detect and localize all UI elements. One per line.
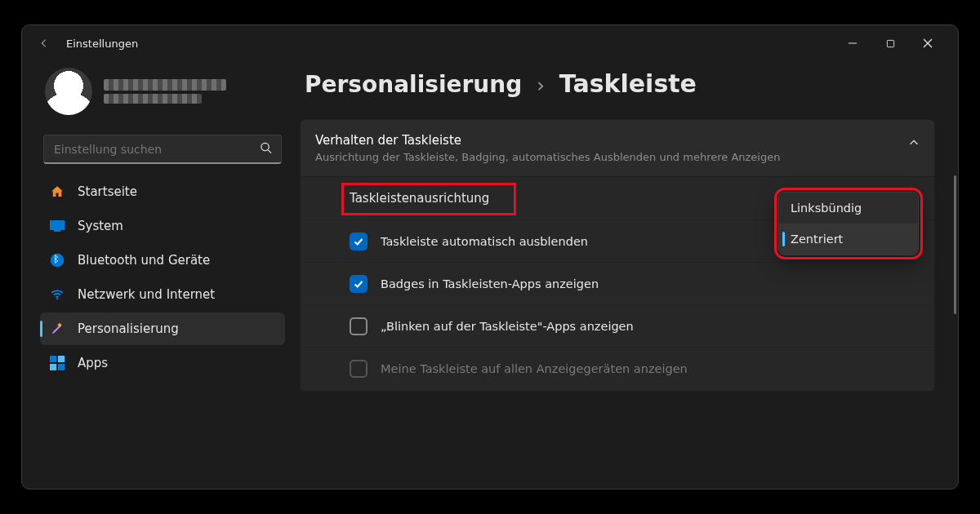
dropdown-option-label: Linksbündig: [791, 202, 862, 215]
profile-email-blurred: [104, 94, 202, 104]
wifi-icon: [50, 287, 65, 302]
breadcrumb: Personalisierung › Taskleiste: [300, 61, 935, 119]
sidebar-item-apps[interactable]: Apps: [40, 347, 285, 379]
scrollbar-thumb[interactable]: [954, 175, 956, 314]
card-header[interactable]: Verhalten der Taskleiste Ausrichtung der…: [301, 120, 934, 176]
sidebar-item-system[interactable]: System: [40, 210, 285, 242]
breadcrumb-separator: ›: [537, 74, 545, 97]
maximize-button[interactable]: [871, 30, 909, 56]
profile-name-blurred: [104, 79, 226, 91]
sidebar-item-personalization[interactable]: Personalisierung: [40, 312, 285, 345]
sidebar-item-label: System: [78, 219, 123, 233]
search-input[interactable]: [43, 135, 282, 164]
sidebar-item-home[interactable]: Startseite: [40, 175, 285, 208]
svg-rect-1: [887, 40, 893, 47]
card-title: Verhalten der Taskleiste: [315, 133, 889, 148]
svg-line-5: [268, 150, 271, 153]
checkbox-badges[interactable]: [350, 275, 368, 293]
row-label: Taskleiste automatisch ausblenden: [381, 235, 588, 248]
sidebar: Startseite System Bluetooth und Geräte N…: [22, 61, 293, 489]
profile-text: [104, 79, 226, 104]
svg-rect-10: [57, 323, 61, 327]
minimize-button[interactable]: [834, 30, 871, 56]
sidebar-item-label: Netzwerk und Internet: [78, 287, 215, 302]
svg-rect-7: [54, 230, 60, 232]
svg-rect-12: [58, 356, 65, 362]
svg-rect-13: [50, 364, 56, 370]
svg-rect-11: [50, 356, 56, 362]
row-flashing[interactable]: „Blinken auf der Taskleiste"-Apps anzeig…: [301, 304, 934, 347]
card-subtitle: Ausrichtung der Taskleiste, Badging, aut…: [315, 151, 889, 163]
dropdown-option-centered[interactable]: Zentriert: [779, 224, 918, 255]
alignment-label: Taskleistenausrichtung: [350, 191, 489, 206]
settings-window: Einstellungen: [21, 24, 959, 490]
main-panel: Personalisierung › Taskleiste Verhalten …: [293, 61, 958, 489]
search-icon: [260, 142, 272, 157]
checkbox-flashing[interactable]: [350, 317, 368, 335]
svg-rect-14: [58, 364, 65, 370]
row-all-displays: Meine Taskleiste auf allen Anzeigegeräte…: [301, 347, 934, 389]
sidebar-item-label: Bluetooth und Geräte: [78, 253, 210, 268]
sidebar-item-label: Apps: [78, 356, 108, 370]
titlebar: Einstellungen: [22, 25, 958, 61]
profile-block[interactable]: [40, 61, 285, 130]
bluetooth-icon: [50, 253, 65, 268]
dropdown-option-label: Zentriert: [791, 233, 843, 246]
arrow-left-icon: [38, 38, 50, 49]
alignment-dropdown: Linksbündig Zentriert: [778, 192, 919, 255]
row-label: „Blinken auf der Taskleiste"-Apps anzeig…: [381, 320, 634, 333]
close-icon: [923, 38, 933, 48]
close-button[interactable]: [909, 30, 947, 56]
nav-list: Startseite System Bluetooth und Geräte N…: [40, 175, 285, 379]
home-icon: [50, 184, 65, 199]
app-title: Einstellungen: [66, 38, 138, 50]
avatar: [45, 68, 92, 115]
scrollbar[interactable]: [953, 175, 956, 481]
svg-rect-6: [50, 220, 65, 230]
minimize-icon: [848, 38, 858, 48]
search-box: [43, 135, 282, 164]
sidebar-item-label: Startseite: [78, 184, 137, 199]
svg-point-4: [261, 143, 269, 150]
checkbox-auto-hide[interactable]: [350, 233, 368, 250]
sidebar-item-label: Personalisierung: [78, 321, 179, 336]
sidebar-item-network[interactable]: Netzwerk und Internet: [40, 278, 285, 311]
svg-point-9: [56, 298, 58, 299]
back-button[interactable]: [37, 36, 51, 51]
maximize-icon: [886, 39, 895, 48]
row-badges[interactable]: Badges in Taskleisten-Apps anzeigen: [301, 262, 934, 304]
personalization-icon: [50, 321, 65, 336]
dropdown-option-left[interactable]: Linksbündig: [779, 193, 918, 224]
row-label: Badges in Taskleisten-Apps anzeigen: [381, 277, 599, 290]
apps-icon: [50, 356, 65, 370]
row-label: Meine Taskleiste auf allen Anzeigegeräte…: [381, 362, 688, 375]
breadcrumb-parent[interactable]: Personalisierung: [305, 71, 522, 98]
breadcrumb-current: Taskleiste: [559, 69, 697, 98]
taskbar-behavior-card: Verhalten der Taskleiste Ausrichtung der…: [300, 119, 935, 392]
sidebar-item-bluetooth[interactable]: Bluetooth und Geräte: [40, 244, 285, 277]
checkbox-all-displays: [350, 360, 368, 378]
chevron-up-icon: [908, 136, 920, 152]
system-icon: [50, 219, 65, 233]
